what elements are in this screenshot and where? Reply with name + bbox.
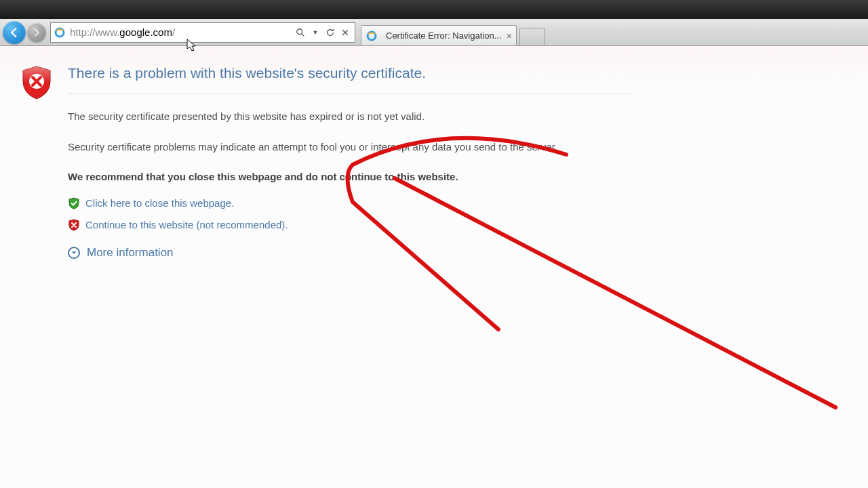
shield-check-icon (68, 197, 80, 209)
new-tab-button[interactable] (519, 28, 545, 45)
shield-error-icon (20, 65, 53, 100)
search-icon[interactable] (295, 27, 306, 38)
tab-close-icon[interactable]: × (507, 30, 512, 41)
more-information-toggle[interactable]: More information (68, 246, 631, 260)
tab-title: Certificate Error: Navigation... (386, 30, 502, 41)
chevron-down-circle-icon (68, 247, 80, 259)
continue-action-row: Continue to this website (not recommende… (68, 219, 631, 231)
heading-divider (68, 94, 631, 94)
page-content: There is a problem with this website's s… (0, 46, 868, 488)
stop-icon[interactable] (340, 27, 351, 38)
shield-x-icon (68, 219, 80, 231)
continue-website-link[interactable]: Continue to this website (not recommende… (85, 219, 288, 230)
tab-bar: Certificate Error: Navigation... × (361, 19, 545, 45)
close-webpage-link[interactable]: Click here to close this webpage. (85, 197, 234, 209)
ie-logo-icon (54, 26, 66, 39)
more-information-label: More information (87, 246, 174, 260)
forward-button[interactable] (27, 23, 46, 42)
address-bar-controls: ▼ (295, 27, 352, 38)
ie-logo-icon (366, 30, 378, 42)
page-heading: There is a problem with this website's s… (68, 65, 631, 81)
arrow-left-icon (8, 26, 20, 39)
browser-toolbar: http://www.google.com/ ▼ Certificate Err… (0, 19, 868, 46)
back-button[interactable] (3, 21, 26, 44)
svg-line-2 (302, 33, 304, 36)
address-bar[interactable]: http://www.google.com/ ▼ (50, 22, 355, 43)
url-text[interactable]: http://www.google.com/ (70, 26, 295, 38)
expired-text: The security certificate presented by th… (68, 109, 610, 125)
warning-text: Security certificate problems may indica… (68, 140, 610, 155)
tab-cert-error[interactable]: Certificate Error: Navigation... × (361, 25, 517, 45)
window-titlebar (0, 0, 868, 19)
recommend-text: We recommend that you close this webpage… (68, 169, 610, 185)
dropdown-icon[interactable]: ▼ (310, 27, 321, 38)
arrow-right-icon (32, 28, 41, 37)
nav-button-group (3, 21, 46, 44)
svg-point-1 (297, 28, 302, 34)
refresh-icon[interactable] (325, 27, 336, 38)
close-action-row: Click here to close this webpage. (68, 197, 631, 209)
